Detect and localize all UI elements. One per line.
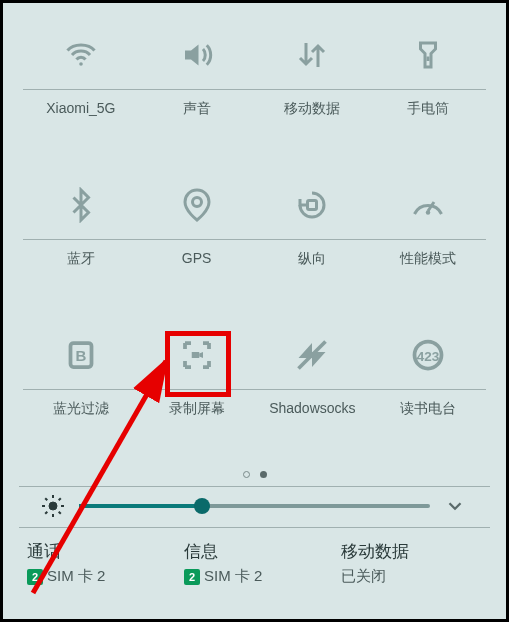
svg-text:423: 423 — [417, 349, 440, 364]
tile-reading-radio[interactable]: 423 读书电台 — [370, 313, 486, 463]
tile-label: 移动数据 — [255, 89, 371, 118]
tile-label: Shadowsocks — [255, 389, 371, 416]
sim-badge: 2 — [184, 569, 200, 585]
reading-radio-icon: 423 — [406, 333, 450, 377]
tile-performance[interactable]: 性能模式 — [370, 163, 486, 313]
tiles-row-2: 蓝牙 GPS 纵向 性能模式 — [3, 163, 506, 313]
tile-label: 蓝光过滤 — [23, 389, 139, 418]
tile-label: 纵向 — [255, 239, 371, 268]
rotation-icon — [290, 183, 334, 227]
cell-call[interactable]: 通话 2 SIM 卡 2 — [19, 536, 176, 590]
annotation-highlight-box — [165, 331, 231, 397]
svg-point-13 — [49, 502, 57, 510]
svg-rect-3 — [308, 201, 317, 210]
tiles-row-3: B 蓝光过滤 录制屏幕 Shadowsocks 423 读书电台 — [3, 313, 506, 463]
page-dot-2[interactable] — [260, 471, 267, 478]
expand-chevron[interactable] — [442, 493, 468, 519]
performance-icon — [406, 183, 450, 227]
tile-label: GPS — [139, 239, 255, 266]
volume-icon — [175, 33, 219, 77]
tile-wifi[interactable]: Xiaomi_5G — [23, 13, 139, 163]
bluetooth-icon — [59, 183, 103, 227]
tile-label: 声音 — [139, 89, 255, 118]
slider-thumb[interactable] — [194, 498, 210, 514]
wifi-icon — [59, 33, 103, 77]
cell-title: 信息 — [184, 540, 325, 563]
svg-text:B: B — [75, 347, 86, 364]
brightness-icon[interactable] — [41, 493, 67, 519]
page-dot-1[interactable] — [243, 471, 250, 478]
tile-label: 手电筒 — [370, 89, 486, 118]
tile-flashlight[interactable]: 手电筒 — [370, 13, 486, 163]
tile-sound[interactable]: 声音 — [139, 13, 255, 163]
tile-label: 读书电台 — [370, 389, 486, 418]
svg-line-18 — [45, 498, 47, 500]
slider-fill — [79, 504, 202, 508]
data-arrows-icon — [290, 33, 334, 77]
sim-label: SIM 卡 2 — [47, 567, 105, 586]
tile-rotation[interactable]: 纵向 — [255, 163, 371, 313]
svg-line-21 — [59, 498, 61, 500]
svg-line-20 — [45, 512, 47, 514]
brightness-slider[interactable] — [79, 504, 430, 508]
bluelight-filter-icon: B — [59, 333, 103, 377]
shadowsocks-icon — [290, 333, 334, 377]
tile-label: 蓝牙 — [23, 239, 139, 268]
sim-badge: 2 — [27, 569, 43, 585]
svg-point-0 — [79, 62, 83, 66]
cell-title: 通话 — [27, 540, 168, 563]
cell-sms[interactable]: 信息 2 SIM 卡 2 — [176, 536, 333, 590]
cell-subtitle: 已关闭 — [341, 567, 482, 586]
page-indicator — [3, 463, 506, 486]
tile-mobile-data[interactable]: 移动数据 — [255, 13, 371, 163]
cell-data[interactable]: 移动数据 已关闭 — [333, 536, 490, 590]
quick-settings-panel: Xiaomi_5G 声音 移动数据 手电筒 蓝牙 — [3, 3, 506, 619]
sim-label: SIM 卡 2 — [204, 567, 262, 586]
flashlight-icon — [406, 33, 450, 77]
tiles-row-1: Xiaomi_5G 声音 移动数据 手电筒 — [3, 13, 506, 163]
svg-point-2 — [192, 198, 201, 207]
svg-line-19 — [59, 512, 61, 514]
svg-point-5 — [426, 210, 431, 215]
sim-status-bar: 通话 2 SIM 卡 2 信息 2 SIM 卡 2 移动数据 已关闭 — [19, 527, 490, 590]
cell-title: 移动数据 — [341, 540, 482, 563]
tile-label: 性能模式 — [370, 239, 486, 268]
tile-bluetooth[interactable]: 蓝牙 — [23, 163, 139, 313]
tile-gps[interactable]: GPS — [139, 163, 255, 313]
gps-icon — [175, 183, 219, 227]
cell-subtitle: 2 SIM 卡 2 — [184, 567, 325, 586]
cell-subtitle: 2 SIM 卡 2 — [27, 567, 168, 586]
tile-bluelight-filter[interactable]: B 蓝光过滤 — [23, 313, 139, 463]
tile-shadowsocks[interactable]: Shadowsocks — [255, 313, 371, 463]
brightness-slider-row — [19, 486, 490, 527]
tile-label: Xiaomi_5G — [23, 89, 139, 116]
